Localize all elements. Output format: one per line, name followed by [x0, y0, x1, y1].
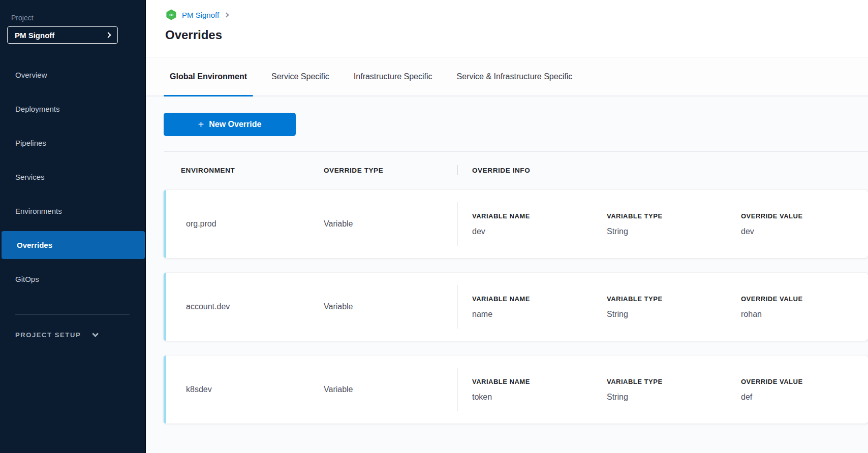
override-type-cell: Variable: [324, 273, 457, 341]
chevron-right-icon: [105, 32, 111, 38]
chevron-down-icon: [92, 331, 99, 337]
tab-service-and-infrastructure-specific[interactable]: Service & Infrastructure Specific: [451, 57, 579, 95]
sidebar-item-overrides[interactable]: Overrides: [2, 231, 145, 259]
override-row[interactable]: account.dev Variable VARIABLE NAME name …: [164, 273, 868, 341]
variable-name-cell: VARIABLE NAME name: [472, 295, 607, 319]
project-selector[interactable]: PM Signoff: [7, 26, 118, 44]
sidebar-divider: [15, 314, 130, 315]
overrides-table-header: ENVIRONMENT OVERRIDE TYPE OVERRIDE INFO: [164, 165, 868, 175]
sidebar-nav: Overview Deployments Pipelines Services …: [0, 61, 145, 293]
variable-name-value: name: [472, 310, 607, 319]
sidebar-item-label: Environments: [15, 207, 62, 215]
column-header-override-info: OVERRIDE INFO: [457, 165, 868, 175]
column-header-environment: ENVIRONMENT: [164, 167, 324, 174]
override-value-cell: OVERRIDE VALUE dev: [741, 212, 868, 236]
sidebar-item-label: Overview: [15, 71, 47, 79]
override-value-cell: OVERRIDE VALUE rohan: [741, 295, 868, 319]
sidebar-item-label: GitOps: [15, 275, 39, 283]
sidebar-item-services[interactable]: Services: [0, 163, 145, 191]
variable-name-value: token: [472, 393, 607, 402]
environment-cell: org.prod: [164, 190, 324, 258]
app-window: Project PM Signoff Overview Deployments …: [0, 0, 868, 453]
page-header: ∞ PM Signoff Overrides: [146, 0, 868, 57]
override-type-cell: Variable: [324, 190, 457, 258]
project-selector-value: PM Signoff: [15, 31, 54, 40]
plus-icon: +: [198, 119, 204, 130]
project-scope-label: Project: [11, 14, 145, 22]
override-value-label: OVERRIDE VALUE: [741, 378, 868, 385]
content-divider: [164, 151, 868, 152]
cd-module-icon: ∞: [165, 9, 177, 21]
variable-name-label: VARIABLE NAME: [472, 378, 607, 385]
project-sidebar: Project PM Signoff Overview Deployments …: [0, 0, 146, 453]
variable-type-cell: VARIABLE TYPE String: [607, 212, 741, 236]
variable-name-label: VARIABLE NAME: [472, 295, 607, 303]
project-setup-toggle[interactable]: PROJECT SETUP: [15, 331, 145, 339]
override-info-group: VARIABLE NAME token VARIABLE TYPE String…: [457, 368, 868, 411]
override-type-cell: Variable: [324, 355, 457, 424]
sidebar-item-gitops[interactable]: GitOps: [0, 265, 145, 293]
tab-infrastructure-specific[interactable]: Infrastructure Specific: [348, 57, 439, 95]
sidebar-item-pipelines[interactable]: Pipelines: [0, 129, 145, 157]
breadcrumb-project-link[interactable]: PM Signoff: [182, 11, 219, 19]
override-scope-tabs: Global Environment Service Specific Infr…: [146, 57, 868, 96]
variable-type-label: VARIABLE TYPE: [607, 295, 741, 303]
override-info-group: VARIABLE NAME dev VARIABLE TYPE String O…: [457, 202, 868, 246]
page-title: Overrides: [165, 28, 868, 42]
sidebar-item-label: Overrides: [17, 241, 52, 249]
override-value-value: rohan: [741, 310, 868, 319]
variable-name-cell: VARIABLE NAME dev: [472, 212, 607, 236]
variable-type-label: VARIABLE TYPE: [607, 212, 741, 220]
variable-type-value: String: [607, 393, 741, 402]
variable-name-value: dev: [472, 227, 607, 236]
sidebar-item-overview[interactable]: Overview: [0, 61, 145, 89]
sidebar-item-label: Pipelines: [15, 139, 46, 147]
environment-cell: account.dev: [164, 273, 324, 341]
override-value-value: dev: [741, 227, 868, 236]
override-value-cell: OVERRIDE VALUE def: [741, 378, 868, 402]
sidebar-item-deployments[interactable]: Deployments: [0, 95, 145, 123]
tab-service-specific[interactable]: Service Specific: [265, 57, 335, 95]
override-value-value: def: [741, 393, 868, 402]
sidebar-item-environments[interactable]: Environments: [0, 197, 145, 225]
variable-name-cell: VARIABLE NAME token: [472, 378, 607, 402]
sidebar-item-label: Services: [15, 173, 45, 181]
variable-type-cell: VARIABLE TYPE String: [607, 378, 741, 402]
breadcrumb-chevron-icon: [224, 12, 229, 17]
environment-cell: k8sdev: [164, 355, 324, 424]
main-area: ∞ PM Signoff Overrides Global Environmen…: [146, 0, 868, 453]
variable-type-value: String: [607, 227, 741, 236]
override-row[interactable]: k8sdev Variable VARIABLE NAME token VARI…: [164, 355, 868, 424]
variable-name-label: VARIABLE NAME: [472, 212, 607, 220]
override-info-group: VARIABLE NAME name VARIABLE TYPE String …: [457, 285, 868, 329]
new-override-button[interactable]: + New Override: [164, 113, 296, 136]
override-value-label: OVERRIDE VALUE: [741, 295, 868, 303]
variable-type-label: VARIABLE TYPE: [607, 378, 741, 385]
sidebar-item-label: Deployments: [15, 105, 60, 113]
project-setup-label: PROJECT SETUP: [15, 331, 81, 339]
override-row[interactable]: org.prod Variable VARIABLE NAME dev VARI…: [164, 190, 868, 258]
variable-type-value: String: [607, 310, 741, 319]
override-value-label: OVERRIDE VALUE: [741, 212, 868, 220]
overrides-content: + New Override ENVIRONMENT OVERRIDE TYPE…: [146, 96, 868, 453]
svg-text:∞: ∞: [169, 11, 174, 18]
tab-global-environment[interactable]: Global Environment: [164, 57, 253, 95]
variable-type-cell: VARIABLE TYPE String: [607, 295, 741, 319]
breadcrumb: ∞ PM Signoff: [165, 8, 868, 21]
new-override-button-label: New Override: [209, 120, 261, 129]
column-header-override-type: OVERRIDE TYPE: [324, 167, 457, 174]
